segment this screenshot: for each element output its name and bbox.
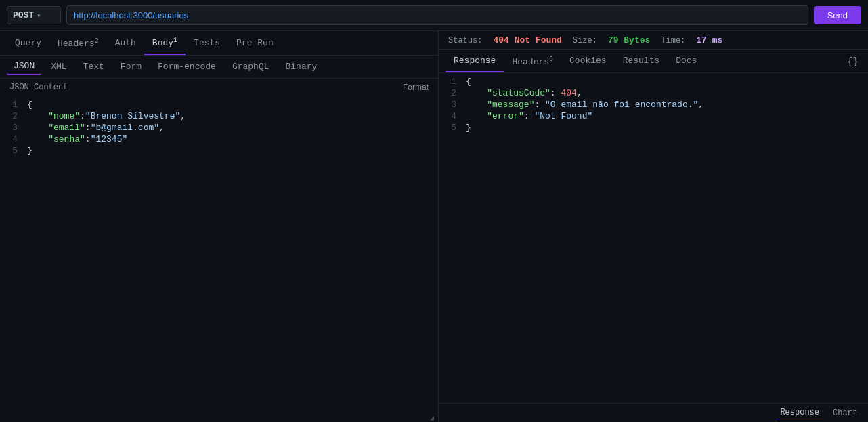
app-container: POST ▾ Send Query Headers2 Auth Body1 <box>0 0 868 422</box>
response-tab-bar: Response Headers6 Cookies Results Docs <box>439 50 868 73</box>
bottom-response-button[interactable]: Response <box>776 406 823 419</box>
tab-cookies[interactable]: Cookies <box>561 50 615 72</box>
status-code: 404 Not Found <box>493 35 561 45</box>
tab-tests[interactable]: Tests <box>186 33 228 54</box>
resp-line-1: 1 { <box>439 76 868 87</box>
subtab-json[interactable]: JSON <box>7 58 41 75</box>
tab-pre-run[interactable]: Pre Run <box>228 33 282 54</box>
subtab-binary[interactable]: Binary <box>279 59 324 75</box>
body-subtab-bar: JSON XML Text Form Form-encode GraphQL B… <box>0 56 438 79</box>
code-line-2: 2 "nome":"Brenon Silvestre", <box>0 110 438 122</box>
code-line-3: 3 "email":"b@gmail.com", <box>0 122 438 133</box>
time-value: 17 ms <box>696 35 722 45</box>
top-bar: POST ▾ Send <box>0 0 868 31</box>
url-input[interactable] <box>66 5 808 25</box>
resp-line-2: 2 "statusCode": 404, <box>439 87 868 99</box>
bottom-bar: Response Chart <box>439 403 868 422</box>
method-text: POST <box>13 10 34 20</box>
tab-headers-response[interactable]: Headers6 <box>504 50 561 72</box>
tab-headers[interactable]: Headers2 <box>49 32 107 54</box>
tab-results[interactable]: Results <box>615 50 668 72</box>
tab-response[interactable]: Response <box>446 50 504 72</box>
main-layout: Query Headers2 Auth Body1 Tests Pre Run <box>0 31 868 422</box>
left-panel: Query Headers2 Auth Body1 Tests Pre Run <box>0 31 439 422</box>
tab-auth[interactable]: Auth <box>107 33 144 54</box>
resp-line-3: 3 "message": "O email não foi encontrado… <box>439 99 868 110</box>
size-label: Size: <box>573 36 597 45</box>
method-selector[interactable]: POST ▾ <box>7 6 61 24</box>
response-status-bar: Status: 404 Not Found Size: 79 Bytes Tim… <box>439 31 868 50</box>
request-tab-bar: Query Headers2 Auth Body1 Tests Pre Run <box>0 31 438 56</box>
status-label: Status: <box>448 36 482 45</box>
code-editor[interactable]: 1 { 2 "nome":"Brenon Silvestre", 3 "emai… <box>0 96 438 422</box>
subtab-xml[interactable]: XML <box>44 59 73 75</box>
tab-body[interactable]: Body1 <box>144 31 186 55</box>
subtab-graphql[interactable]: GraphQL <box>225 59 276 75</box>
bottom-chart-button[interactable]: Chart <box>829 407 861 419</box>
code-line-1: 1 { <box>0 99 438 110</box>
braces-icon: {} <box>844 51 861 72</box>
resize-handle-icon[interactable]: ◢ <box>430 414 438 422</box>
format-button[interactable]: Format <box>403 83 429 92</box>
json-content-header: JSON Content Format <box>0 79 438 96</box>
tab-query[interactable]: Query <box>7 33 49 54</box>
send-button[interactable]: Send <box>814 6 861 24</box>
size-value: 79 Bytes <box>608 35 650 45</box>
tab-docs[interactable]: Docs <box>668 50 705 72</box>
time-label: Time: <box>661 36 685 45</box>
right-panel: Status: 404 Not Found Size: 79 Bytes Tim… <box>439 31 868 422</box>
resp-line-4: 4 "error": "Not Found" <box>439 110 868 122</box>
subtab-text[interactable]: Text <box>77 59 111 75</box>
code-line-5: 5 } <box>0 145 438 156</box>
subtab-form[interactable]: Form <box>114 59 148 75</box>
subtab-form-encode[interactable]: Form-encode <box>151 59 223 75</box>
chevron-down-icon: ▾ <box>37 12 41 20</box>
resp-line-5: 5 } <box>439 122 868 133</box>
response-code-viewer: 1 { 2 "statusCode": 404, 3 "message": "O… <box>439 73 868 403</box>
response-tabs: Response Headers6 Cookies Results Docs <box>446 50 705 72</box>
code-line-4: 4 "senha":"12345" <box>0 133 438 145</box>
json-content-title: JSON Content <box>9 83 68 92</box>
